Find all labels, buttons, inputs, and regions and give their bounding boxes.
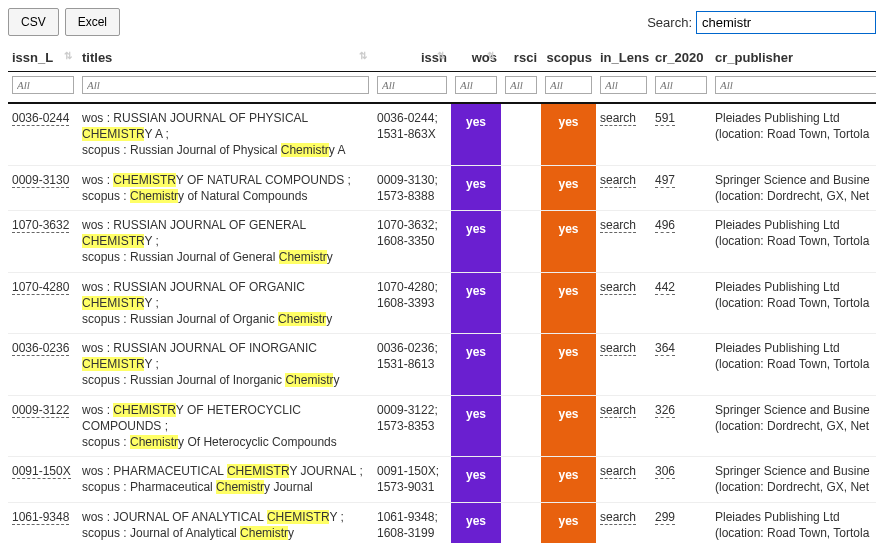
rsci-cell <box>501 334 541 396</box>
header-issn[interactable]: issn <box>373 44 451 72</box>
table-row: 0009-3122wos : CHEMISTRY OF HETEROCYCLIC… <box>8 395 876 457</box>
wos-cell: yes <box>451 272 501 334</box>
in-lens-link[interactable]: search <box>600 280 636 295</box>
cr-publisher-cell: Pleiades Publishing Ltd(location: Road T… <box>711 334 876 396</box>
issn-l-link[interactable]: 1070-3632 <box>12 218 69 233</box>
cr-publisher-cell: Springer Science and Busine(location: Do… <box>711 457 876 502</box>
issn-l-link[interactable]: 0009-3130 <box>12 173 69 188</box>
cr-2020-link[interactable]: 496 <box>655 218 675 233</box>
filter-titles[interactable] <box>82 76 369 94</box>
wos-cell: yes <box>451 165 501 210</box>
header-issn-l[interactable]: issn_L <box>8 44 78 72</box>
in-lens-link[interactable]: search <box>600 111 636 126</box>
table-row: 0009-3130wos : CHEMISTRY OF NATURAL COMP… <box>8 165 876 210</box>
header-cr-2020[interactable]: cr_2020 <box>651 44 711 72</box>
cr-publisher-cell: Pleiades Publishing Ltd(location: Road T… <box>711 103 876 165</box>
cr-publisher-cell: Springer Science and Busine(location: Do… <box>711 165 876 210</box>
rsci-cell <box>501 395 541 457</box>
scopus-cell: yes <box>541 210 596 272</box>
issn-l-link[interactable]: 1061-9348 <box>12 510 69 525</box>
excel-button[interactable]: Excel <box>65 8 120 36</box>
titles-cell: wos : RUSSIAN JOURNAL OF INORGANIC CHEMI… <box>78 334 373 396</box>
issn-cell: 0036-0244;1531-863X <box>373 103 451 165</box>
table-row: 1070-4280wos : RUSSIAN JOURNAL OF ORGANI… <box>8 272 876 334</box>
table-row: 1070-3632wos : RUSSIAN JOURNAL OF GENERA… <box>8 210 876 272</box>
in-lens-link[interactable]: search <box>600 173 636 188</box>
filter-in-lens[interactable] <box>600 76 647 94</box>
issn-l-link[interactable]: 0036-0236 <box>12 341 69 356</box>
table-row: 0091-150Xwos : PHARMACEUTICAL CHEMISTRY … <box>8 457 876 502</box>
titles-cell: wos : CHEMISTRY OF HETEROCYCLIC COMPOUND… <box>78 395 373 457</box>
wos-cell: yes <box>451 210 501 272</box>
scopus-cell: yes <box>541 457 596 502</box>
cr-publisher-cell: Pleiades Publishing Ltd(location: Road T… <box>711 272 876 334</box>
filter-issn[interactable] <box>377 76 447 94</box>
header-wos[interactable]: wos <box>451 44 501 72</box>
cr-publisher-cell: Springer Science and Busine(location: Do… <box>711 395 876 457</box>
in-lens-link[interactable]: search <box>600 403 636 418</box>
issn-l-link[interactable]: 1070-4280 <box>12 280 69 295</box>
table-row: 0036-0236wos : RUSSIAN JOURNAL OF INORGA… <box>8 334 876 396</box>
header-rsci[interactable]: rsci <box>501 44 541 72</box>
rsci-cell <box>501 210 541 272</box>
in-lens-link[interactable]: search <box>600 218 636 233</box>
cr-2020-link[interactable]: 299 <box>655 510 675 525</box>
header-titles[interactable]: titles <box>78 44 373 72</box>
data-table-wrapper: issn_L titles issn wos rsci scopus in_Le… <box>8 44 876 543</box>
rsci-cell <box>501 103 541 165</box>
titles-cell: wos : RUSSIAN JOURNAL OF PHYSICAL CHEMIS… <box>78 103 373 165</box>
in-lens-link[interactable]: search <box>600 341 636 356</box>
titles-cell: wos : JOURNAL OF ANALYTICAL CHEMISTRY ;s… <box>78 502 373 543</box>
scopus-cell: yes <box>541 103 596 165</box>
rsci-cell <box>501 165 541 210</box>
filter-issn-l[interactable] <box>12 76 74 94</box>
header-scopus[interactable]: scopus <box>541 44 596 72</box>
issn-l-link[interactable]: 0036-0244 <box>12 111 69 126</box>
data-table: issn_L titles issn wos rsci scopus in_Le… <box>8 44 876 543</box>
header-in-lens[interactable]: in_Lens <box>596 44 651 72</box>
search-label: Search: <box>647 15 692 30</box>
issn-cell: 0091-150X;1573-9031 <box>373 457 451 502</box>
issn-l-link[interactable]: 0009-3122 <box>12 403 69 418</box>
issn-cell: 0009-3130;1573-8388 <box>373 165 451 210</box>
table-row: 1061-9348wos : JOURNAL OF ANALYTICAL CHE… <box>8 502 876 543</box>
filter-cr-publisher[interactable] <box>715 76 876 94</box>
search-input[interactable] <box>696 11 876 34</box>
filter-cr-2020[interactable] <box>655 76 707 94</box>
cr-2020-link[interactable]: 442 <box>655 280 675 295</box>
header-row: issn_L titles issn wos rsci scopus in_Le… <box>8 44 876 72</box>
issn-l-link[interactable]: 0091-150X <box>12 464 71 479</box>
issn-cell: 1070-3632;1608-3350 <box>373 210 451 272</box>
filter-row <box>8 72 876 104</box>
issn-cell: 1061-9348;1608-3199 <box>373 502 451 543</box>
titles-cell: wos : RUSSIAN JOURNAL OF ORGANIC CHEMIST… <box>78 272 373 334</box>
cr-publisher-cell: Pleiades Publishing Ltd(location: Road T… <box>711 502 876 543</box>
cr-2020-link[interactable]: 591 <box>655 111 675 126</box>
filter-rsci[interactable] <box>505 76 537 94</box>
wos-cell: yes <box>451 334 501 396</box>
scopus-cell: yes <box>541 272 596 334</box>
cr-2020-link[interactable]: 497 <box>655 173 675 188</box>
scopus-cell: yes <box>541 395 596 457</box>
cr-publisher-cell: Pleiades Publishing Ltd(location: Road T… <box>711 210 876 272</box>
cr-2020-link[interactable]: 326 <box>655 403 675 418</box>
titles-cell: wos : RUSSIAN JOURNAL OF GENERAL CHEMIST… <box>78 210 373 272</box>
scopus-cell: yes <box>541 502 596 543</box>
scopus-cell: yes <box>541 334 596 396</box>
in-lens-link[interactable]: search <box>600 464 636 479</box>
csv-button[interactable]: CSV <box>8 8 59 36</box>
in-lens-link[interactable]: search <box>600 510 636 525</box>
rsci-cell <box>501 502 541 543</box>
scopus-cell: yes <box>541 165 596 210</box>
header-cr-publisher[interactable]: cr_publisher <box>711 44 876 72</box>
filter-scopus[interactable] <box>545 76 592 94</box>
cr-2020-link[interactable]: 364 <box>655 341 675 356</box>
cr-2020-link[interactable]: 306 <box>655 464 675 479</box>
filter-wos[interactable] <box>455 76 497 94</box>
issn-cell: 0009-3122;1573-8353 <box>373 395 451 457</box>
issn-cell: 0036-0236;1531-8613 <box>373 334 451 396</box>
wos-cell: yes <box>451 457 501 502</box>
issn-cell: 1070-4280;1608-3393 <box>373 272 451 334</box>
wos-cell: yes <box>451 103 501 165</box>
titles-cell: wos : PHARMACEUTICAL CHEMISTRY JOURNAL ;… <box>78 457 373 502</box>
